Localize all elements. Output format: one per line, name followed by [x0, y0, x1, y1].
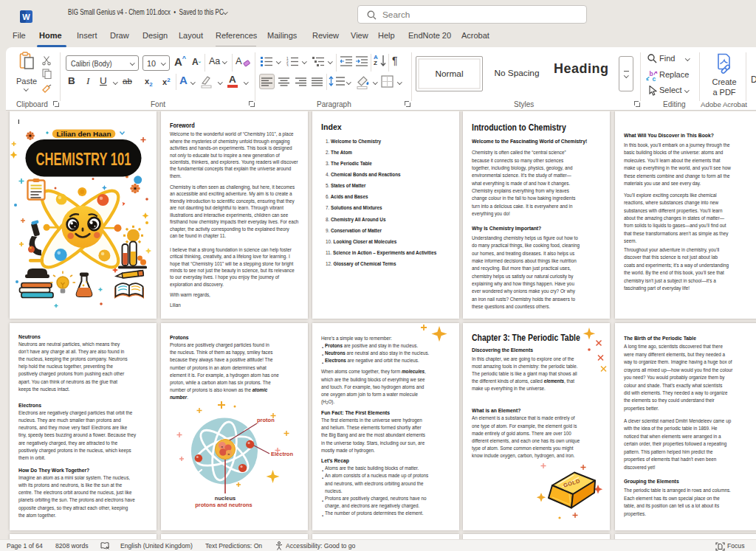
svg-text:protons and neutrons: protons and neutrons	[195, 502, 252, 508]
svg-text:Electron: Electron	[271, 451, 293, 457]
svg-text:proton: proton	[257, 417, 275, 423]
svg-text:c: c	[653, 75, 656, 82]
svg-text:CHEMISTRY 101: CHEMISTRY 101	[36, 150, 131, 169]
svg-text:W: W	[22, 13, 30, 21]
svg-text:Lilian den Haan: Lilian den Haan	[57, 131, 111, 138]
svg-text:nucleus: nucleus	[215, 495, 236, 502]
svg-text:3: 3	[286, 64, 289, 67]
